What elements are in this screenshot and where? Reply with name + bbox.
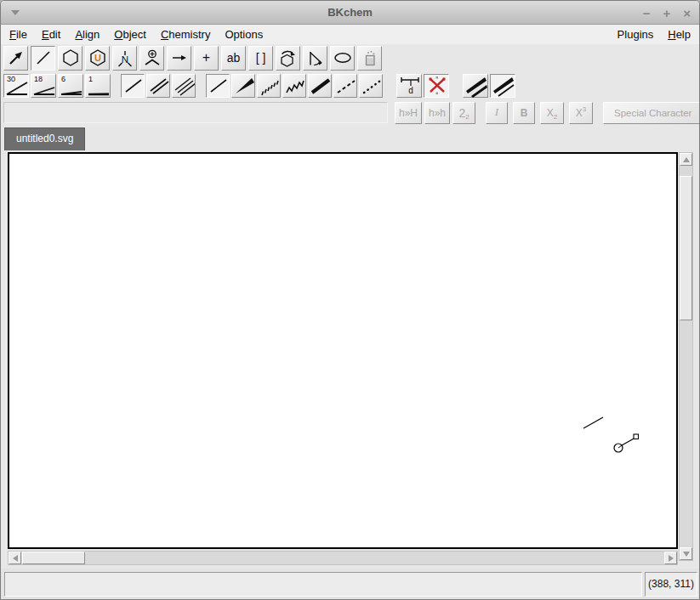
reaction-tool-button[interactable] [357, 46, 382, 71]
double-bond-icon [147, 74, 169, 98]
double-bond-position-2-button[interactable] [490, 74, 515, 98]
normal-bond-style-button[interactable] [206, 74, 230, 98]
bold-line-icon [309, 74, 331, 98]
svg-text:N: N [121, 54, 128, 65]
menu-object[interactable]: Object [114, 28, 146, 41]
svg-text:U: U [94, 53, 101, 63]
svg-text:d: d [408, 86, 413, 95]
number-subscript-button[interactable]: 22 [452, 102, 475, 124]
tab-untitled0-svg[interactable]: untitled0.svg [4, 127, 85, 150]
beaker-icon [361, 48, 379, 67]
edit-tool-button[interactable] [3, 46, 28, 71]
hatch-icon [258, 74, 280, 98]
mark-tool-button[interactable] [139, 46, 164, 71]
ellipse-icon [333, 48, 353, 67]
angle-30-button[interactable]: 30 [3, 74, 29, 98]
triple-bond-icon [173, 74, 195, 98]
single-bond-icon [122, 74, 144, 98]
fixed-length-toggle[interactable]: d [396, 74, 422, 98]
horizontal-scroll-thumb[interactable] [22, 552, 85, 564]
drawing-canvas[interactable] [8, 152, 678, 549]
text-ab-icon: ab [227, 51, 241, 65]
bracket-icon: [ ] [256, 51, 266, 65]
lowercase-to-lowercase-button[interactable]: h»h [424, 102, 450, 124]
lowercase-to-uppercase-button[interactable]: h»H [395, 102, 422, 124]
horizontal-scrollbar[interactable] [8, 551, 678, 565]
superscript-button[interactable]: X3 [569, 102, 593, 124]
double-bond-button[interactable] [146, 74, 170, 98]
format-toolbar: h»H h»h 22 I B X2 X3 Special Character [1, 99, 699, 126]
close-button[interactable]: × [683, 7, 691, 20]
status-message-panel [4, 572, 642, 597]
app-window: BKchem − + × File Edit Align Object Chem… [0, 0, 700, 600]
rotate-tool-button[interactable] [276, 46, 300, 71]
hexagon-icon [61, 48, 80, 67]
canvas-handle-square[interactable] [634, 434, 639, 439]
menu-edit[interactable]: Edit [42, 28, 60, 41]
double-bond-position-1-button[interactable] [463, 74, 488, 98]
arrow-tool-button[interactable] [167, 46, 191, 71]
vector-tool-button[interactable] [330, 46, 355, 71]
angle-6-button[interactable]: 6 [58, 74, 83, 98]
canvas-vertex-tick [618, 445, 622, 448]
plus-icon: + [202, 50, 210, 65]
template-tool-button[interactable] [58, 46, 83, 71]
menu-align[interactable]: Align [75, 28, 100, 41]
angle-transform-icon [306, 48, 325, 67]
subscript-button[interactable]: X2 [540, 102, 564, 124]
angle-18-button[interactable]: 18 [31, 74, 56, 98]
bond-line-icon [34, 48, 53, 67]
draw-tool-button[interactable] [31, 46, 55, 71]
dashed-bond-button[interactable] [333, 74, 357, 98]
user-template-hexagon-icon: U [88, 48, 107, 67]
atom-tool-button[interactable]: N [112, 46, 137, 71]
freestyle-toggle[interactable] [424, 74, 449, 98]
menu-help[interactable]: Help [668, 28, 691, 41]
rotate-hexagon-icon [278, 48, 298, 68]
wedge-bond-button[interactable] [231, 74, 255, 98]
wedge-icon [232, 74, 254, 98]
bold-bond-button[interactable] [308, 74, 332, 98]
hatch-bond-button[interactable] [257, 74, 281, 98]
triple-bond-button[interactable] [172, 74, 196, 98]
vertical-scrollbar[interactable] [679, 152, 693, 561]
text-tool-button[interactable]: ab [221, 46, 246, 71]
menu-chemistry[interactable]: Chemistry [161, 28, 211, 41]
toolbar-entry-strip [3, 102, 388, 123]
minimize-button[interactable]: − [643, 7, 651, 20]
bond-align-tool-button[interactable] [303, 46, 327, 71]
main-toolbar: U N + [1, 44, 699, 72]
scroll-right-arrow[interactable] [664, 552, 677, 564]
bracket-tool-button[interactable]: [ ] [248, 46, 273, 71]
bold-button[interactable]: B [513, 102, 535, 124]
angle-1-button[interactable]: 1 [85, 74, 111, 98]
double-position-2-icon [491, 74, 515, 98]
special-character-button[interactable]: Special Character [603, 102, 700, 124]
title-bar: BKchem − + × [1, 1, 699, 25]
atom-n-icon: N [116, 48, 134, 67]
plus-tool-button[interactable]: + [194, 46, 219, 71]
cursor-coordinates: (388, 311) [645, 572, 697, 597]
document-tab-bar: untitled0.svg [1, 126, 699, 150]
canvas-bond-line[interactable] [583, 417, 603, 428]
scroll-left-arrow[interactable] [9, 552, 21, 564]
user-template-tool-button[interactable]: U [85, 46, 110, 71]
wavy-bond-button[interactable] [282, 74, 306, 98]
plus-charge-icon [143, 48, 162, 67]
draw-toolbar: 30 18 6 1 [1, 72, 699, 99]
edit-arrow-icon [7, 48, 26, 67]
italic-button[interactable]: I [486, 102, 508, 124]
menu-options[interactable]: Options [225, 28, 263, 41]
single-bond-button[interactable] [121, 74, 145, 98]
maximize-button[interactable]: + [663, 7, 670, 20]
canvas-svg [9, 154, 676, 547]
vertical-scroll-thumb[interactable] [680, 176, 692, 320]
dotted-bond-button[interactable] [359, 74, 383, 98]
menu-file[interactable]: File [9, 28, 27, 41]
dotted-line-icon [360, 74, 382, 98]
fixed-length-icon: d [397, 74, 421, 98]
menu-plugins[interactable]: Plugins [617, 28, 654, 41]
reaction-arrow-icon [170, 48, 189, 67]
scroll-down-arrow[interactable] [680, 547, 692, 560]
scroll-up-arrow[interactable] [680, 153, 692, 166]
